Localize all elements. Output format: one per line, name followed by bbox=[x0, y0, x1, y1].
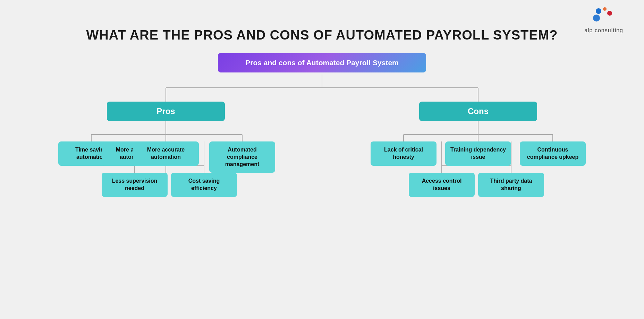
logo-text: alp consulting bbox=[584, 27, 623, 34]
leaf-automated-compliance-label: Automated compliance management bbox=[209, 141, 275, 173]
svg-point-1 bbox=[603, 7, 607, 11]
leaf-cost-saving: Cost saving efficiency bbox=[171, 173, 237, 197]
main-title: WHAT ARE THE PROS AND CONS OF AUTOMATED … bbox=[21, 28, 623, 43]
page-wrapper: alp consulting WHAT ARE THE PROS AND CON… bbox=[0, 0, 644, 319]
diagram-container: Pros and cons of Automated Payroll Syste… bbox=[27, 53, 617, 268]
leaf-less-supervision-label: Less supervision needed bbox=[102, 173, 168, 197]
pros-node: Pros bbox=[107, 102, 225, 121]
cons-label: Cons bbox=[419, 102, 537, 121]
root-node: Pros and cons of Automated Payroll Syste… bbox=[218, 53, 426, 72]
leaf-automated-compliance: Automated compliance management bbox=[209, 141, 275, 173]
logo-icon bbox=[592, 7, 616, 26]
leaf-access-control: Access control issues bbox=[409, 173, 475, 197]
root-label: Pros and cons of Automated Payroll Syste… bbox=[218, 53, 426, 72]
leaf-third-party-label: Third party data sharing bbox=[478, 173, 544, 197]
pros-label: Pros bbox=[107, 102, 225, 121]
cons-node: Cons bbox=[419, 102, 537, 121]
leaf-continuous-compliance: Continuous compliance upkeep bbox=[520, 141, 586, 166]
logo: alp consulting bbox=[584, 7, 623, 34]
leaf-third-party: Third party data sharing bbox=[478, 173, 544, 197]
leaf-less-supervision: Less supervision needed bbox=[102, 173, 168, 197]
leaf-cost-saving-label: Cost saving efficiency bbox=[171, 173, 237, 197]
leaf-lack-critical-label: Lack of critical honesty bbox=[371, 141, 437, 166]
leaf-continuous-compliance-label: Continuous compliance upkeep bbox=[520, 141, 586, 166]
svg-point-3 bbox=[593, 15, 600, 21]
svg-point-0 bbox=[596, 8, 601, 14]
leaf-lack-critical: Lack of critical honesty bbox=[371, 141, 437, 166]
leaf-training-dep-label: Training dependency issue bbox=[445, 141, 511, 166]
svg-point-2 bbox=[607, 11, 612, 16]
leaf-access-control-label: Access control issues bbox=[409, 173, 475, 197]
leaf-more-accurate2: More accurate automation bbox=[133, 141, 199, 166]
leaf-training-dep: Training dependency issue bbox=[445, 141, 511, 166]
